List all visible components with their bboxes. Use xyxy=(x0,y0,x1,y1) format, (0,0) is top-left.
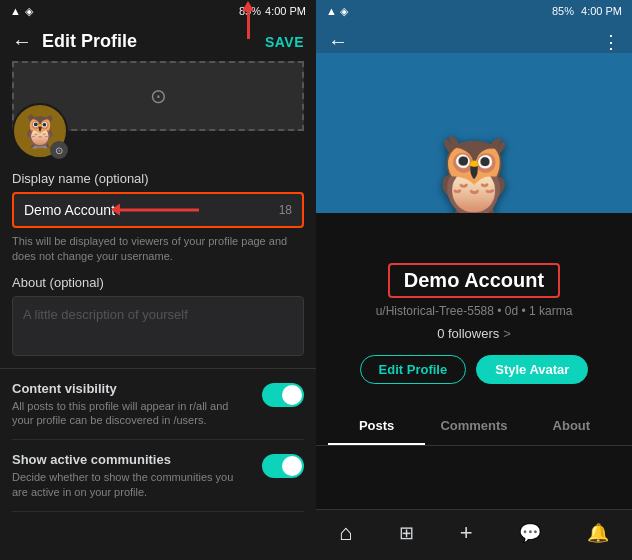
share-icon[interactable]: ⋮ xyxy=(602,31,620,53)
page-title: Edit Profile xyxy=(42,31,137,52)
back-button-right[interactable]: ← xyxy=(328,30,348,53)
wifi-icon: ◈ xyxy=(25,5,33,18)
display-name-input-row[interactable]: Demo Account 18 xyxy=(12,192,304,228)
status-right: 85% 4:00 PM xyxy=(239,5,306,17)
content-visibility-desc: All posts to this profile will appear in… xyxy=(12,399,252,428)
char-count: 18 xyxy=(279,203,292,217)
battery-text: 85% xyxy=(239,5,261,17)
profile-subtitle: u/Historical-Tree-5588 • 0d • 1 karma xyxy=(328,304,620,318)
about-textarea[interactable]: A little description of yourself xyxy=(12,296,304,356)
tab-comments[interactable]: Comments xyxy=(425,408,522,445)
tab-about[interactable]: About xyxy=(523,408,620,445)
toggle-knob-2 xyxy=(282,456,302,476)
toggle-knob xyxy=(282,385,302,405)
content-visibility-title: Content visibility xyxy=(12,381,252,396)
status-bar-left: ▲ ◈ 85% 4:00 PM xyxy=(0,0,316,22)
owl-avatar-image: 🦉 xyxy=(424,138,524,213)
chevron-right-icon: > xyxy=(503,326,511,341)
active-communities-text: Show active communities Decide whether t… xyxy=(12,452,252,499)
profile-name-box: Demo Account xyxy=(388,263,560,298)
save-wrapper: SAVE xyxy=(265,33,304,51)
content-visibility-row: Content visibility All posts to this pro… xyxy=(12,369,304,441)
right-panel: ▲ ◈ 85% 4:00 PM ← ⋮ 🦉 Demo Account u/His… xyxy=(316,0,632,560)
active-communities-toggle[interactable] xyxy=(262,454,304,478)
action-buttons: Edit Profile Style Avatar xyxy=(328,355,620,384)
profile-name: Demo Account xyxy=(404,269,544,291)
toggle-section: Content visibility All posts to this pro… xyxy=(0,368,316,512)
tab-content-area xyxy=(316,446,632,509)
status-right-left: ▲ ◈ xyxy=(326,5,348,18)
edit-profile-button[interactable]: Edit Profile xyxy=(360,355,467,384)
notifications-nav-icon[interactable]: 🔔 xyxy=(587,522,609,544)
profile-banner: 🦉 xyxy=(316,53,632,213)
communities-nav-icon[interactable]: ⊞ xyxy=(399,522,414,544)
signal-icon-right: ▲ ◈ xyxy=(326,5,348,17)
chat-nav-icon[interactable]: 💬 xyxy=(519,522,541,544)
top-bar-right: ← ⋮ xyxy=(316,22,632,53)
display-name-section: Display name (optional) Demo Account 18 … xyxy=(0,159,316,368)
time-right: 4:00 PM xyxy=(581,5,622,17)
status-left: ▲ ◈ xyxy=(10,5,33,18)
create-nav-icon[interactable]: + xyxy=(460,520,473,546)
active-communities-row: Show active communities Decide whether t… xyxy=(12,440,304,512)
profile-info: Demo Account u/Historical-Tree-5588 • 0d… xyxy=(316,213,632,408)
content-visibility-text: Content visibility All posts to this pro… xyxy=(12,381,252,428)
camera-icon: ⊙ xyxy=(150,84,167,108)
signal-icon: ▲ xyxy=(10,5,21,17)
followers-row[interactable]: 0 followers > xyxy=(328,326,620,341)
save-button[interactable]: SAVE xyxy=(265,34,304,50)
avatar-area[interactable]: 🦉 ⊙ xyxy=(12,103,68,159)
avatar-camera-icon[interactable]: ⊙ xyxy=(50,141,68,159)
back-button[interactable]: ← xyxy=(12,30,32,53)
status-right-right: 85% 4:00 PM xyxy=(552,5,622,17)
top-bar-left-group: ← Edit Profile xyxy=(12,30,137,53)
tab-posts[interactable]: Posts xyxy=(328,408,425,445)
display-name-label: Display name (optional) xyxy=(12,171,304,186)
time-left: 4:00 PM xyxy=(265,5,306,17)
display-name-hint: This will be displayed to viewers of you… xyxy=(12,234,304,265)
arrow-left-indicator xyxy=(119,209,199,212)
profile-tabs: Posts Comments About xyxy=(316,408,632,446)
followers-count: 0 followers xyxy=(437,326,499,341)
about-placeholder: A little description of yourself xyxy=(23,307,188,322)
active-communities-title: Show active communities xyxy=(12,452,252,467)
status-bar-right: ▲ ◈ 85% 4:00 PM xyxy=(316,0,632,22)
content-visibility-toggle[interactable] xyxy=(262,383,304,407)
bottom-nav: ⌂ ⊞ + 💬 🔔 xyxy=(316,509,632,560)
style-avatar-button[interactable]: Style Avatar xyxy=(476,355,588,384)
battery-right: 85% xyxy=(552,5,574,17)
about-label: About (optional) xyxy=(12,275,304,290)
active-communities-desc: Decide whether to show the communities y… xyxy=(12,470,252,499)
top-bar-left: ← Edit Profile SAVE xyxy=(0,22,316,61)
left-panel: ▲ ◈ 85% 4:00 PM ← Edit Profile SAVE ⊙ 🦉 xyxy=(0,0,316,560)
home-nav-icon[interactable]: ⌂ xyxy=(339,520,352,546)
